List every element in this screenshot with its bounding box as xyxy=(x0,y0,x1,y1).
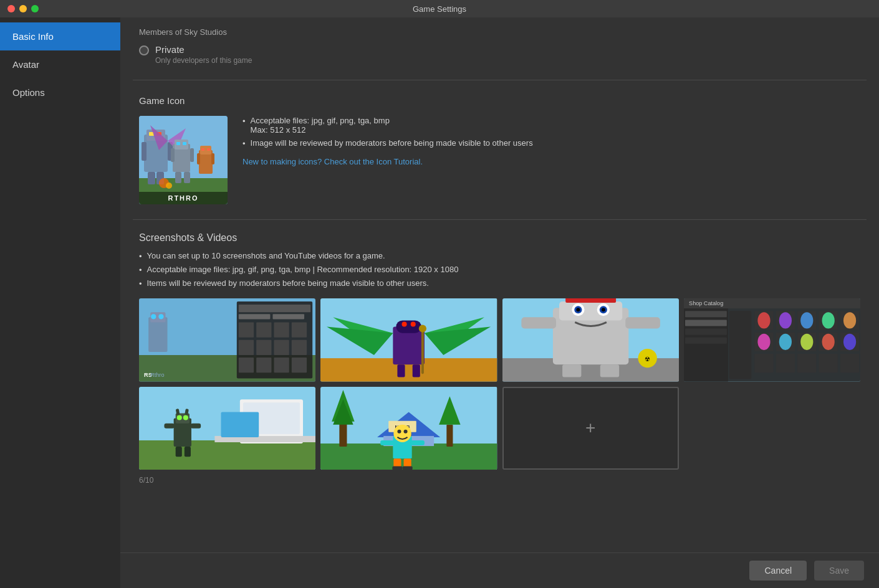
private-radio-row[interactable]: Private Only developers of this game xyxy=(139,44,860,65)
svg-rect-39 xyxy=(292,322,307,337)
svg-text:Rthro: Rthro xyxy=(150,372,164,378)
svg-rect-44 xyxy=(239,358,254,372)
svg-rect-19 xyxy=(184,172,190,183)
svg-rect-33 xyxy=(239,305,310,312)
svg-rect-123 xyxy=(139,440,315,470)
screenshot-3[interactable]: ★ xyxy=(502,298,679,382)
svg-point-130 xyxy=(177,415,182,420)
svg-rect-109 xyxy=(797,354,816,372)
svg-rect-96 xyxy=(729,311,751,379)
svg-rect-47 xyxy=(292,358,307,372)
svg-rect-81 xyxy=(521,317,556,328)
game-icon-section: Game Icon xyxy=(120,80,879,219)
screenshot-1[interactable]: RS Rthro xyxy=(139,298,315,382)
cancel-button[interactable]: Cancel xyxy=(749,561,807,581)
svg-point-152 xyxy=(398,429,401,433)
svg-rect-93 xyxy=(685,320,727,326)
svg-rect-66 xyxy=(398,364,405,377)
screenshot-4[interactable]: Shop Catalog xyxy=(684,298,860,382)
privacy-section: Members of Sky Studios Private Only deve… xyxy=(120,17,879,80)
icon-bullet-2: • Image will be reviewed by moderators b… xyxy=(243,138,860,148)
svg-rect-25 xyxy=(211,153,214,164)
svg-rect-16 xyxy=(171,148,175,162)
svg-point-116 xyxy=(843,312,856,328)
screenshots-grid: RS Rthro xyxy=(139,298,860,470)
titlebar: Game Settings xyxy=(0,0,879,17)
icon-tutorial-link[interactable]: New to making icons? Check out the Icon … xyxy=(243,157,860,166)
svg-rect-45 xyxy=(256,358,271,372)
svg-point-113 xyxy=(779,312,792,328)
svg-rect-41 xyxy=(256,340,271,355)
svg-rect-140 xyxy=(340,421,347,446)
svg-rect-62 xyxy=(421,330,424,374)
screenshot-6[interactable]: NOOB xyxy=(320,387,497,470)
svg-rect-71 xyxy=(559,301,622,320)
screenshot-5[interactable] xyxy=(139,387,315,470)
sidebar: Basic Info Avatar Options xyxy=(0,17,120,588)
game-icon-image[interactable]: RTHRO xyxy=(139,116,228,204)
svg-rect-24 xyxy=(197,153,200,164)
add-icon: + xyxy=(585,419,595,437)
svg-rect-23 xyxy=(207,148,210,151)
private-radio[interactable] xyxy=(139,45,149,55)
screenshots-info: • You can set up to 10 screenshots and Y… xyxy=(139,251,860,288)
svg-rect-134 xyxy=(164,423,174,428)
minimize-button[interactable] xyxy=(19,5,27,12)
svg-point-153 xyxy=(404,429,408,433)
svg-point-120 xyxy=(822,334,834,350)
svg-point-65 xyxy=(411,321,416,326)
svg-text:☢: ☢ xyxy=(644,356,650,363)
svg-rect-43 xyxy=(292,340,307,355)
main-layout: Basic Info Avatar Options Members of Sky… xyxy=(0,17,879,588)
svg-rect-14 xyxy=(176,142,180,145)
svg-rect-6 xyxy=(142,142,146,161)
svg-rect-84 xyxy=(600,364,618,377)
sidebar-item-basic-info[interactable]: Basic Info xyxy=(0,22,120,50)
svg-rect-158 xyxy=(393,466,403,470)
bullet-dot-2: • xyxy=(243,139,246,148)
add-screenshot-button[interactable]: + xyxy=(502,387,679,470)
svg-text:Shop Catalog: Shop Catalog xyxy=(689,300,723,306)
ss-bullet-3: • Items will be reviewed by moderators b… xyxy=(139,278,860,288)
sidebar-item-options[interactable]: Options xyxy=(0,78,120,107)
svg-rect-143 xyxy=(447,424,453,446)
svg-rect-34 xyxy=(239,314,271,319)
svg-rect-92 xyxy=(685,311,727,317)
screenshots-header: Screenshots & Videos xyxy=(139,232,860,244)
svg-rect-57 xyxy=(396,320,421,333)
screenshot-2[interactable] xyxy=(320,298,497,382)
svg-rect-46 xyxy=(274,358,289,372)
svg-rect-82 xyxy=(625,317,660,328)
window-title: Game Settings xyxy=(413,4,466,14)
svg-point-27 xyxy=(166,183,172,189)
svg-rect-95 xyxy=(685,338,727,344)
svg-rect-48 xyxy=(148,317,167,352)
svg-rect-37 xyxy=(256,322,271,337)
save-button[interactable]: Save xyxy=(814,561,864,581)
ss-bullet-2: • Acceptable image files: jpg, gif, png,… xyxy=(139,265,860,275)
svg-rect-111 xyxy=(840,354,859,372)
svg-point-77 xyxy=(576,308,580,311)
svg-rect-108 xyxy=(776,354,794,372)
svg-rect-15 xyxy=(183,142,186,145)
svg-rect-8 xyxy=(148,172,155,184)
svg-rect-22 xyxy=(201,148,204,151)
close-button[interactable] xyxy=(7,5,15,12)
content-area: Members of Sky Studios Private Only deve… xyxy=(120,17,879,588)
screenshots-section: Screenshots & Videos • You can set up to… xyxy=(120,220,879,497)
svg-rect-155 xyxy=(411,440,425,445)
maximize-button[interactable] xyxy=(31,5,39,12)
svg-text:RTHRO: RTHRO xyxy=(168,194,198,202)
sidebar-item-avatar[interactable]: Avatar xyxy=(0,50,120,78)
svg-point-80 xyxy=(601,308,605,311)
svg-point-121 xyxy=(843,334,856,350)
svg-point-131 xyxy=(183,415,188,420)
svg-rect-17 xyxy=(190,148,194,162)
svg-rect-127 xyxy=(221,412,259,437)
svg-rect-18 xyxy=(175,172,181,183)
svg-rect-110 xyxy=(819,354,837,372)
svg-rect-67 xyxy=(413,364,420,377)
svg-rect-156 xyxy=(394,458,401,467)
svg-rect-83 xyxy=(562,364,581,377)
ss-bullet-1: • You can set up to 10 screenshots and Y… xyxy=(139,251,860,261)
